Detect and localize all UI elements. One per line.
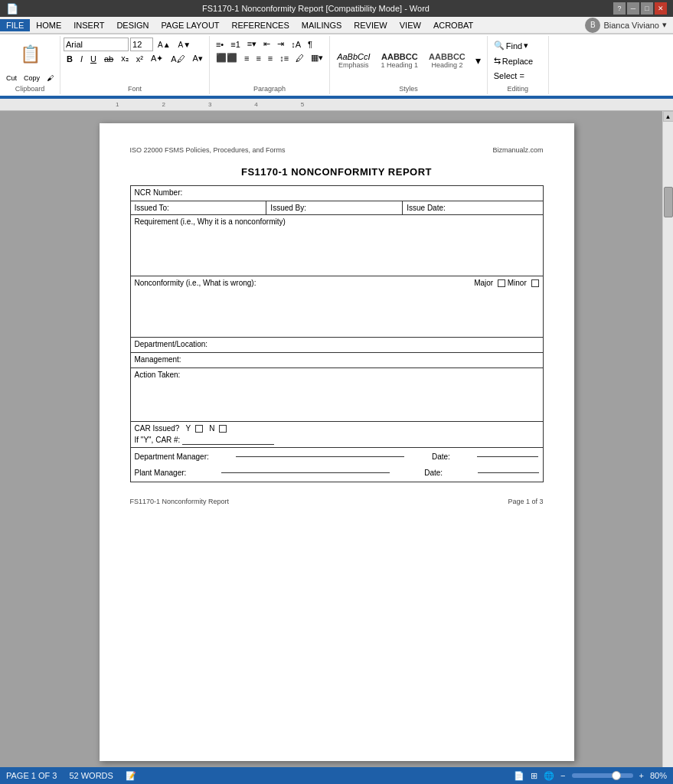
bullets-button[interactable]: ≡•: [213, 38, 227, 51]
menu-insert[interactable]: INSERT: [67, 19, 110, 31]
borders-button[interactable]: ▦▾: [308, 51, 326, 64]
car-number-field[interactable]: [182, 436, 274, 445]
dept-manager-sig[interactable]: [236, 456, 404, 457]
cut-button[interactable]: Cut: [3, 73, 20, 83]
superscript-button[interactable]: x²: [133, 53, 146, 65]
find-dropdown[interactable]: ▾: [524, 41, 528, 51]
page-header: ISO 22000 FSMS Policies, Procedures, and…: [130, 146, 544, 154]
font-name-input[interactable]: [64, 38, 129, 51]
styles-label: Styles: [333, 83, 484, 93]
scrollbar: ▲ ▼: [662, 111, 673, 784]
zoom-slider[interactable]: [572, 773, 633, 778]
menu-review[interactable]: REVIEW: [348, 19, 393, 31]
sort-button[interactable]: ↕A: [288, 38, 304, 51]
car-y-checkbox[interactable]: [195, 425, 203, 433]
footer-right: Page 1 of 3: [508, 498, 543, 505]
align-right-button[interactable]: ≡: [253, 52, 263, 64]
underline-button[interactable]: U: [87, 53, 100, 65]
shading-button[interactable]: 🖊: [292, 52, 307, 64]
dept-manager-row: Department Manager: Date:: [135, 451, 539, 462]
scroll-thumb[interactable]: [664, 187, 673, 217]
font-color-button[interactable]: A▾: [190, 52, 206, 65]
help-button[interactable]: ?: [613, 2, 626, 15]
show-formatting-button[interactable]: ¶: [305, 38, 315, 51]
paste-button[interactable]: 📋: [13, 38, 47, 71]
statusbar: PAGE 1 OF 3 52 WORDS 📝 📄 ⊞ 🌐 − + 80%: [0, 767, 673, 784]
align-center-button[interactable]: ≡: [241, 52, 252, 64]
dropdown-arrow[interactable]: ▾: [662, 20, 667, 30]
username: Bianca Viviano: [603, 21, 659, 30]
editing-group: 🔍 Find ▾ ⇆ Replace Select = Editing: [488, 36, 549, 94]
replace-button[interactable]: ⇆ Replace: [491, 54, 536, 67]
style-heading2[interactable]: AABBCC Heading 2: [425, 50, 469, 71]
document-page: ISO 22000 FSMS Policies, Procedures, and…: [100, 123, 574, 761]
nonconformity-cell: Nonconformity (i.e., What is wrong): Maj…: [130, 276, 543, 338]
copy-button[interactable]: Copy: [21, 73, 43, 83]
shrink-font-button[interactable]: A▼: [175, 39, 194, 51]
decrease-indent-button[interactable]: ⇤: [260, 38, 273, 51]
restore-button[interactable]: □: [641, 2, 653, 15]
word-count: 52 WORDS: [69, 771, 113, 780]
select-button[interactable]: Select =: [491, 70, 528, 82]
subscript-button[interactable]: x₂: [118, 52, 132, 65]
increase-indent-button[interactable]: ⇥: [274, 38, 287, 51]
menu-mailings[interactable]: MAILINGS: [296, 19, 348, 31]
justify-button[interactable]: ≡: [265, 52, 276, 64]
plant-manager-row: Plant Manager: Date:: [135, 467, 539, 479]
strikethrough-button[interactable]: ab: [101, 53, 116, 65]
page-info: PAGE 1 OF 3: [6, 771, 57, 780]
scroll-track: [663, 122, 674, 773]
menu-references[interactable]: REFERENCES: [226, 19, 296, 31]
highlight-button[interactable]: A🖊: [168, 53, 188, 65]
style-heading1[interactable]: AABBCC 1 Heading 1: [377, 50, 423, 71]
minor-checkbox[interactable]: [531, 279, 539, 287]
minimize-button[interactable]: ─: [627, 2, 639, 15]
find-button[interactable]: 🔍 Find ▾: [491, 39, 531, 52]
grow-font-button[interactable]: A▲: [155, 39, 174, 51]
bold-button[interactable]: B: [64, 53, 76, 65]
header-right: Bizmanualz.com: [492, 146, 543, 154]
view-print-button[interactable]: 📄: [514, 771, 524, 781]
issued-by-cell: Issued By:: [266, 201, 403, 215]
view-web-button[interactable]: 🌐: [544, 771, 554, 781]
plant-manager-sig[interactable]: [221, 472, 390, 473]
format-painter-button[interactable]: 🖌: [44, 73, 57, 83]
multilevel-list-button[interactable]: ≡▾: [244, 38, 260, 51]
menu-file[interactable]: FILE: [0, 19, 30, 31]
menu-view[interactable]: VIEW: [394, 19, 427, 31]
text-effects-button[interactable]: A✦: [148, 52, 166, 65]
signatures-cell: Department Manager: Date: Plant Manager:…: [130, 448, 543, 482]
font-size-input[interactable]: [130, 38, 153, 51]
numbering-button[interactable]: ≡1: [227, 38, 243, 51]
font-group: A▲ A▼ B I U ab x₂ x² A✦ A🖊 A▾: [60, 36, 210, 94]
style-emphasis[interactable]: AaBbCcI Emphasis: [333, 50, 374, 71]
issue-date-cell: Issue Date:: [403, 201, 543, 215]
menu-acrobat[interactable]: ACROBAT: [427, 19, 479, 31]
align-left-button[interactable]: ⬛⬛: [213, 51, 240, 64]
menu-design[interactable]: DESIGN: [110, 19, 155, 31]
menu-page-layout[interactable]: PAGE LAYOUT: [155, 19, 226, 31]
line-spacing-button[interactable]: ↕≡: [276, 52, 292, 64]
proofing-icon[interactable]: 📝: [126, 771, 136, 781]
paragraph-label: Paragraph: [213, 83, 326, 93]
header-left: ISO 22000 FSMS Policies, Procedures, and…: [130, 146, 286, 154]
car-n-checkbox[interactable]: [219, 425, 227, 433]
dept-manager-date[interactable]: [477, 456, 538, 457]
zoom-minus-button[interactable]: −: [560, 771, 565, 780]
zoom-level[interactable]: 80%: [650, 771, 667, 780]
document-area: ISO 22000 FSMS Policies, Procedures, and…: [0, 111, 673, 784]
management-cell: Management:: [130, 353, 543, 368]
avatar: B: [585, 18, 600, 33]
zoom-plus-button[interactable]: +: [639, 771, 644, 780]
page-footer: FS1170-1 Nonconformity Report Page 1 of …: [130, 498, 544, 505]
scroll-up-button[interactable]: ▲: [663, 111, 674, 122]
major-checkbox[interactable]: [498, 279, 505, 287]
user-area: B Bianca Viviano ▾: [585, 18, 673, 33]
view-full-button[interactable]: ⊞: [531, 771, 537, 781]
italic-button[interactable]: I: [77, 53, 86, 65]
editing-label: Editing: [491, 83, 545, 93]
styles-more-button[interactable]: ▾: [472, 53, 484, 68]
plant-manager-date[interactable]: [478, 472, 539, 473]
close-button[interactable]: ✕: [655, 2, 667, 15]
menu-home[interactable]: HOME: [30, 19, 67, 31]
